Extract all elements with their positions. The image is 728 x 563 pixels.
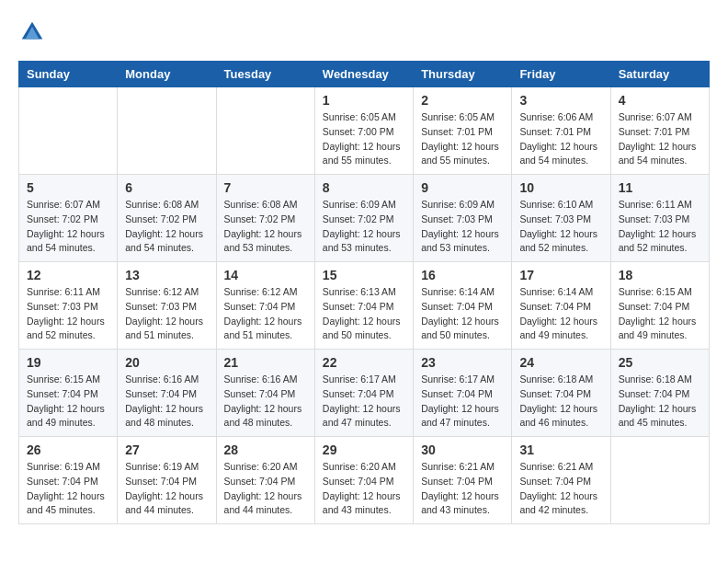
calendar-cell: 9Sunrise: 6:09 AMSunset: 7:03 PMDaylight… xyxy=(414,175,512,262)
calendar-cell: 17Sunrise: 6:14 AMSunset: 7:04 PMDayligh… xyxy=(512,262,610,350)
day-number: 24 xyxy=(519,355,602,370)
day-number: 20 xyxy=(125,355,208,370)
calendar-cell: 1Sunrise: 6:05 AMSunset: 7:00 PMDaylight… xyxy=(314,87,413,175)
day-number: 15 xyxy=(323,268,405,282)
day-number: 12 xyxy=(27,268,109,282)
day-number: 14 xyxy=(224,268,307,282)
calendar-cell: 22Sunrise: 6:17 AMSunset: 7:04 PMDayligh… xyxy=(314,350,413,437)
day-info: Sunrise: 6:09 AMSunset: 7:02 PMDaylight:… xyxy=(323,198,405,256)
day-info: Sunrise: 6:20 AMSunset: 7:04 PMDaylight:… xyxy=(323,460,405,518)
calendar-cell: 8Sunrise: 6:09 AMSunset: 7:02 PMDaylight… xyxy=(314,175,413,262)
day-number: 17 xyxy=(519,268,602,282)
day-number: 10 xyxy=(519,180,602,195)
calendar-cell: 20Sunrise: 6:16 AMSunset: 7:04 PMDayligh… xyxy=(118,350,216,437)
logo-icon xyxy=(18,18,46,46)
day-info: Sunrise: 6:19 AMSunset: 7:04 PMDaylight:… xyxy=(125,460,208,518)
day-info: Sunrise: 6:21 AMSunset: 7:04 PMDaylight:… xyxy=(519,460,602,518)
calendar-cell: 19Sunrise: 6:15 AMSunset: 7:04 PMDayligh… xyxy=(19,350,118,437)
calendar-cell: 27Sunrise: 6:19 AMSunset: 7:04 PMDayligh… xyxy=(118,437,216,524)
day-info: Sunrise: 6:08 AMSunset: 7:02 PMDaylight:… xyxy=(125,198,208,256)
calendar-cell: 10Sunrise: 6:10 AMSunset: 7:03 PMDayligh… xyxy=(512,175,610,262)
day-header-sunday: Sunday xyxy=(19,62,118,87)
page-header xyxy=(18,18,710,46)
day-header-tuesday: Tuesday xyxy=(216,62,314,87)
day-info: Sunrise: 6:06 AMSunset: 7:01 PMDaylight:… xyxy=(519,110,602,168)
calendar-cell: 2Sunrise: 6:05 AMSunset: 7:01 PMDaylight… xyxy=(414,87,512,175)
day-info: Sunrise: 6:13 AMSunset: 7:04 PMDaylight:… xyxy=(323,285,405,343)
calendar-cell: 31Sunrise: 6:21 AMSunset: 7:04 PMDayligh… xyxy=(512,437,610,524)
calendar-cell: 24Sunrise: 6:18 AMSunset: 7:04 PMDayligh… xyxy=(512,350,610,437)
calendar-cell: 18Sunrise: 6:15 AMSunset: 7:04 PMDayligh… xyxy=(610,262,709,350)
day-number: 9 xyxy=(421,180,504,195)
day-info: Sunrise: 6:10 AMSunset: 7:03 PMDaylight:… xyxy=(519,198,602,256)
calendar-cell: 13Sunrise: 6:12 AMSunset: 7:03 PMDayligh… xyxy=(118,262,216,350)
day-number: 22 xyxy=(323,355,405,370)
day-number: 16 xyxy=(421,268,504,282)
calendar-cell xyxy=(216,87,314,175)
calendar-cell: 26Sunrise: 6:19 AMSunset: 7:04 PMDayligh… xyxy=(19,437,118,524)
day-header-monday: Monday xyxy=(118,62,216,87)
calendar-cell: 3Sunrise: 6:06 AMSunset: 7:01 PMDaylight… xyxy=(512,87,610,175)
day-info: Sunrise: 6:18 AMSunset: 7:04 PMDaylight:… xyxy=(519,373,602,431)
calendar-cell: 28Sunrise: 6:20 AMSunset: 7:04 PMDayligh… xyxy=(216,437,314,524)
day-number: 8 xyxy=(323,180,405,195)
day-number: 21 xyxy=(224,355,307,370)
day-number: 13 xyxy=(125,268,208,282)
day-number: 27 xyxy=(125,442,208,457)
calendar-cell xyxy=(610,437,709,524)
day-info: Sunrise: 6:17 AMSunset: 7:04 PMDaylight:… xyxy=(421,373,504,431)
day-number: 1 xyxy=(323,93,405,108)
calendar-cell: 5Sunrise: 6:07 AMSunset: 7:02 PMDaylight… xyxy=(19,175,118,262)
day-header-wednesday: Wednesday xyxy=(314,62,413,87)
calendar-cell: 16Sunrise: 6:14 AMSunset: 7:04 PMDayligh… xyxy=(414,262,512,350)
day-header-saturday: Saturday xyxy=(610,62,709,87)
day-number: 11 xyxy=(619,180,701,195)
day-info: Sunrise: 6:20 AMSunset: 7:04 PMDaylight:… xyxy=(224,460,307,518)
calendar-cell xyxy=(118,87,216,175)
day-number: 28 xyxy=(224,442,307,457)
day-number: 7 xyxy=(224,180,307,195)
calendar-cell: 15Sunrise: 6:13 AMSunset: 7:04 PMDayligh… xyxy=(314,262,413,350)
day-header-friday: Friday xyxy=(512,62,610,87)
day-info: Sunrise: 6:11 AMSunset: 7:03 PMDaylight:… xyxy=(619,198,701,256)
day-info: Sunrise: 6:05 AMSunset: 7:01 PMDaylight:… xyxy=(421,110,504,168)
calendar-cell: 23Sunrise: 6:17 AMSunset: 7:04 PMDayligh… xyxy=(414,350,512,437)
day-info: Sunrise: 6:16 AMSunset: 7:04 PMDaylight:… xyxy=(125,373,208,431)
calendar-week-4: 19Sunrise: 6:15 AMSunset: 7:04 PMDayligh… xyxy=(19,350,710,437)
day-number: 30 xyxy=(421,442,504,457)
day-number: 26 xyxy=(27,442,109,457)
day-number: 31 xyxy=(519,442,602,457)
day-info: Sunrise: 6:17 AMSunset: 7:04 PMDaylight:… xyxy=(323,373,405,431)
day-number: 6 xyxy=(125,180,208,195)
calendar-week-3: 12Sunrise: 6:11 AMSunset: 7:03 PMDayligh… xyxy=(19,262,710,350)
day-number: 2 xyxy=(421,93,504,108)
day-info: Sunrise: 6:18 AMSunset: 7:04 PMDaylight:… xyxy=(619,373,701,431)
day-info: Sunrise: 6:07 AMSunset: 7:02 PMDaylight:… xyxy=(27,198,109,256)
day-info: Sunrise: 6:16 AMSunset: 7:04 PMDaylight:… xyxy=(224,373,307,431)
calendar-cell: 21Sunrise: 6:16 AMSunset: 7:04 PMDayligh… xyxy=(216,350,314,437)
day-number: 25 xyxy=(619,355,701,370)
day-number: 29 xyxy=(323,442,405,457)
calendar-cell: 25Sunrise: 6:18 AMSunset: 7:04 PMDayligh… xyxy=(610,350,709,437)
day-info: Sunrise: 6:11 AMSunset: 7:03 PMDaylight:… xyxy=(27,285,109,343)
day-number: 23 xyxy=(421,355,504,370)
calendar-cell: 30Sunrise: 6:21 AMSunset: 7:04 PMDayligh… xyxy=(414,437,512,524)
day-number: 18 xyxy=(619,268,701,282)
calendar-cell: 11Sunrise: 6:11 AMSunset: 7:03 PMDayligh… xyxy=(610,175,709,262)
calendar-cell: 12Sunrise: 6:11 AMSunset: 7:03 PMDayligh… xyxy=(19,262,118,350)
day-header-thursday: Thursday xyxy=(414,62,512,87)
calendar-header-row: SundayMondayTuesdayWednesdayThursdayFrid… xyxy=(19,62,710,87)
day-info: Sunrise: 6:08 AMSunset: 7:02 PMDaylight:… xyxy=(224,198,307,256)
calendar-week-5: 26Sunrise: 6:19 AMSunset: 7:04 PMDayligh… xyxy=(19,437,710,524)
calendar: SundayMondayTuesdayWednesdayThursdayFrid… xyxy=(18,61,710,524)
day-info: Sunrise: 6:15 AMSunset: 7:04 PMDaylight:… xyxy=(619,285,701,343)
day-number: 3 xyxy=(519,93,602,108)
calendar-cell: 29Sunrise: 6:20 AMSunset: 7:04 PMDayligh… xyxy=(314,437,413,524)
day-info: Sunrise: 6:21 AMSunset: 7:04 PMDaylight:… xyxy=(421,460,504,518)
day-info: Sunrise: 6:19 AMSunset: 7:04 PMDaylight:… xyxy=(27,460,109,518)
calendar-cell: 6Sunrise: 6:08 AMSunset: 7:02 PMDaylight… xyxy=(118,175,216,262)
day-number: 19 xyxy=(27,355,109,370)
calendar-cell: 4Sunrise: 6:07 AMSunset: 7:01 PMDaylight… xyxy=(610,87,709,175)
day-info: Sunrise: 6:12 AMSunset: 7:03 PMDaylight:… xyxy=(125,285,208,343)
day-info: Sunrise: 6:07 AMSunset: 7:01 PMDaylight:… xyxy=(619,110,701,168)
